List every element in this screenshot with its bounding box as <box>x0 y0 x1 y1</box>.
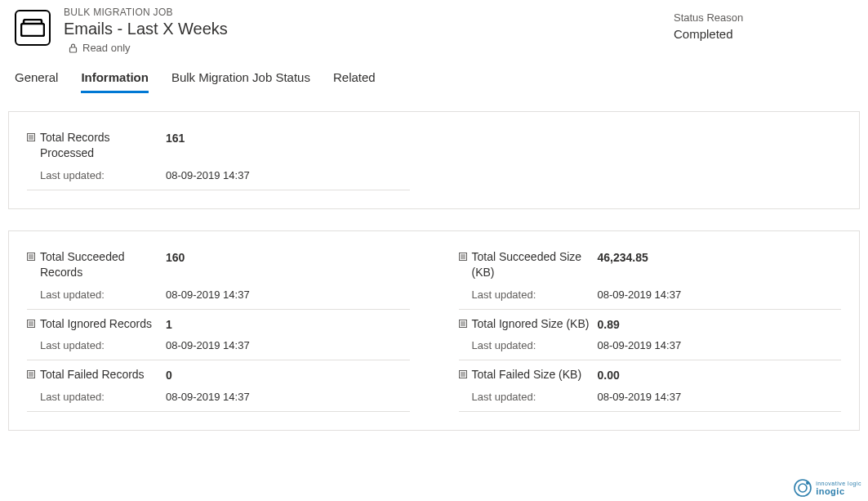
last-updated-label: Last updated: <box>40 289 166 301</box>
entity-icon <box>15 10 51 46</box>
field-total-failed-size: Total Failed Size (KB) 0.00 Last updated… <box>459 360 842 412</box>
field-label-text: Total Failed Records <box>40 367 145 382</box>
field-value: 161 <box>166 130 185 145</box>
inogic-logo-icon <box>793 478 812 498</box>
field-label-text: Total Succeeded Records <box>40 249 166 280</box>
tab-related[interactable]: Related <box>333 70 376 93</box>
last-updated-value: 08-09-2019 14:37 <box>166 169 250 181</box>
watermark-line2: inogic <box>816 486 861 496</box>
last-updated-value: 08-09-2019 14:37 <box>598 391 682 403</box>
panel-breakdown: Total Succeeded Records 160 Last updated… <box>8 230 860 432</box>
field-value: 46,234.85 <box>598 249 648 264</box>
svg-point-32 <box>806 481 809 485</box>
tab-information[interactable]: Information <box>81 70 149 93</box>
record-title: Emails - Last X Weeks <box>64 20 674 38</box>
field-value: 0.89 <box>598 316 620 331</box>
calculated-field-icon <box>27 253 35 261</box>
calculated-field-icon <box>459 253 467 261</box>
field-total-succeeded-size: Total Succeeded Size (KB) 46,234.85 Last… <box>459 243 842 310</box>
field-label-text: Total Records Processed <box>40 130 166 161</box>
watermark-line1: innovative logic <box>816 481 861 486</box>
svg-rect-0 <box>21 24 44 36</box>
field-label-text: Total Failed Size (KB) <box>472 367 582 382</box>
field-value: 1 <box>166 316 172 331</box>
field-label-text: Total Ignored Size (KB) <box>472 316 590 332</box>
watermark-logo: innovative logic inogic <box>793 478 861 498</box>
readonly-text: Read only <box>82 42 131 54</box>
last-updated-value: 08-09-2019 14:37 <box>166 391 250 403</box>
status-reason-label: Status Reason <box>674 11 821 24</box>
calculated-field-icon <box>27 133 35 141</box>
field-total-records-processed: Total Records Processed 161 Last updated… <box>27 123 410 190</box>
last-updated-value: 08-09-2019 14:37 <box>598 339 682 351</box>
svg-point-31 <box>799 484 807 492</box>
entity-type-label: BULK MIGRATION JOB <box>64 7 674 18</box>
last-updated-value: 08-09-2019 14:37 <box>598 289 682 301</box>
tab-bar: General Information Bulk Migration Job S… <box>0 70 868 93</box>
last-updated-label: Last updated: <box>40 391 166 403</box>
folder-box-icon <box>20 19 45 37</box>
last-updated-label: Last updated: <box>40 169 166 181</box>
tab-general[interactable]: General <box>15 70 58 93</box>
tab-job-status[interactable]: Bulk Migration Job Status <box>171 70 310 93</box>
field-value: 160 <box>166 249 185 264</box>
svg-rect-1 <box>70 47 77 52</box>
last-updated-label: Last updated: <box>472 391 598 403</box>
calculated-field-icon <box>27 320 35 328</box>
lock-icon <box>69 43 78 53</box>
calculated-field-icon <box>459 370 467 378</box>
field-total-ignored-size: Total Ignored Size (KB) 0.89 Last update… <box>459 310 842 361</box>
last-updated-label: Last updated: <box>472 339 598 351</box>
calculated-field-icon <box>459 320 467 328</box>
field-label-text: Total Ignored Records <box>40 316 152 332</box>
panel-totals: Total Records Processed 161 Last updated… <box>8 111 860 209</box>
field-total-failed-records: Total Failed Records 0 Last updated: 08-… <box>27 360 410 412</box>
last-updated-label: Last updated: <box>40 339 166 351</box>
field-value: 0.00 <box>598 367 620 382</box>
last-updated-value: 08-09-2019 14:37 <box>166 289 250 301</box>
field-label-text: Total Succeeded Size (KB) <box>472 249 598 280</box>
readonly-indicator: Read only <box>69 42 674 54</box>
last-updated-label: Last updated: <box>472 289 598 301</box>
field-total-succeeded-records: Total Succeeded Records 160 Last updated… <box>27 243 410 310</box>
calculated-field-icon <box>27 370 35 378</box>
field-total-ignored-records: Total Ignored Records 1 Last updated: 08… <box>27 310 410 361</box>
field-value: 0 <box>166 367 172 382</box>
last-updated-value: 08-09-2019 14:37 <box>166 339 250 351</box>
status-reason-value: Completed <box>674 27 821 41</box>
